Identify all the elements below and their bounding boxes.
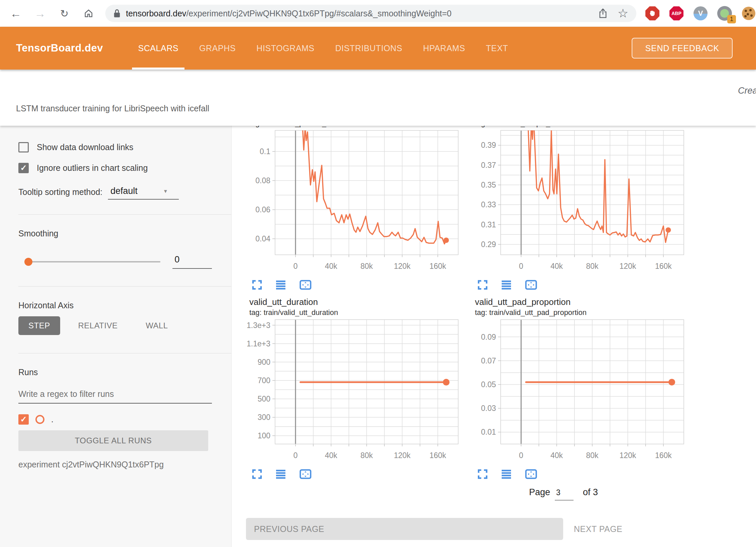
chart-card: valid_simple_loss tag: train/valid_simpl… xyxy=(466,126,686,292)
tab-histograms[interactable]: HISTOGRAMS xyxy=(256,27,314,70)
svg-text:160k: 160k xyxy=(655,262,672,270)
back-icon[interactable]: ← xyxy=(7,5,24,22)
tooltip-sorting-select[interactable]: default ▼ xyxy=(108,186,179,200)
divider xyxy=(18,214,231,215)
abp-extension-icon[interactable]: ABP xyxy=(669,6,684,21)
divider xyxy=(18,286,231,287)
expand-fullscreen-icon[interactable] xyxy=(252,469,262,479)
v-label: V xyxy=(698,9,703,18)
extensions-row: ABP V 1 xyxy=(645,6,756,21)
page-of-label: of 3 xyxy=(583,487,598,498)
run-name: . xyxy=(51,415,53,424)
adblock-extension-icon[interactable] xyxy=(645,6,660,21)
url-path: /experiment/cj2vtPiwQHKN9Q1tx6PTpg/#scal… xyxy=(186,9,452,18)
v-extension-icon[interactable]: V xyxy=(693,6,708,21)
chart-row-top: valid_pruned_loss tag: train/valid_prune… xyxy=(240,126,756,292)
show-download-links-label: Show data download links xyxy=(37,142,133,152)
abp-label: ABP xyxy=(671,11,681,16)
expand-fullscreen-icon[interactable] xyxy=(478,280,488,290)
svg-text:40k: 40k xyxy=(325,451,338,460)
scalar-chart-plot[interactable]: 040k80k120k160k1003005007009001.1e+31.3e… xyxy=(240,318,461,465)
svg-text:500: 500 xyxy=(258,395,270,403)
run-checkbox[interactable]: ✓ xyxy=(18,414,29,425)
axis-step-button[interactable]: STEP xyxy=(18,316,60,335)
data-table-icon[interactable] xyxy=(501,469,512,479)
forward-icon[interactable]: → xyxy=(32,5,49,22)
tensorboard-logo[interactable]: TensorBoard.dev xyxy=(16,42,103,54)
fit-domain-icon[interactable] xyxy=(299,280,311,290)
svg-text:40k: 40k xyxy=(550,262,563,270)
tab-graphs[interactable]: GRAPHS xyxy=(199,27,236,70)
tab-scalars[interactable]: SCALARS xyxy=(138,27,178,70)
previous-page-button[interactable]: PREVIOUS PAGE xyxy=(246,518,563,540)
reload-icon[interactable]: ↻ xyxy=(56,5,73,22)
svg-text:120k: 120k xyxy=(619,262,636,270)
runs-filter-input[interactable] xyxy=(18,388,212,404)
cookie-extension-icon[interactable] xyxy=(741,6,756,21)
svg-text:160k: 160k xyxy=(429,262,446,270)
horizontal-axis-label: Horizontal Axis xyxy=(18,301,212,310)
ignore-outliers-checkbox[interactable]: ✓ xyxy=(18,163,29,173)
tooltip-sorting-row: Tooltip sorting method: default ▼ xyxy=(18,186,212,200)
show-download-links-checkbox[interactable]: ✓ xyxy=(18,142,29,152)
svg-text:0.37: 0.37 xyxy=(481,161,496,170)
chart-toolbar xyxy=(240,465,461,481)
scalar-chart-plot[interactable]: 040k80k120k160k0.290.310.330.350.370.39 xyxy=(466,129,686,276)
axis-relative-button[interactable]: RELATIVE xyxy=(68,316,128,335)
svg-text:0.06: 0.06 xyxy=(255,205,270,214)
data-table-icon[interactable] xyxy=(275,469,286,479)
chart-toolbar xyxy=(240,276,461,292)
data-table-icon[interactable] xyxy=(275,280,286,290)
toggle-all-runs-button[interactable]: TOGGLE ALL RUNS xyxy=(18,430,208,451)
chart-row-bottom: valid_utt_duration tag: train/valid_utt_… xyxy=(240,297,756,481)
chevron-down-icon: ▼ xyxy=(163,188,177,194)
svg-text:80k: 80k xyxy=(360,451,373,460)
page-label: Page xyxy=(529,487,550,498)
svg-text:40k: 40k xyxy=(550,451,563,460)
fit-domain-icon[interactable] xyxy=(525,469,537,479)
url-text: tensorboard.dev/experiment/cj2vtPiwQHKN9… xyxy=(126,9,452,18)
address-bar[interactable]: tensorboard.dev/experiment/cj2vtPiwQHKN9… xyxy=(105,5,636,22)
svg-text:0.01: 0.01 xyxy=(481,428,496,436)
browser-toolbar: ← → ↻ tensorboard.dev/experiment/cj2vtPi… xyxy=(0,0,756,27)
divider xyxy=(18,353,231,353)
tab-distributions[interactable]: DISTRIBUTIONS xyxy=(335,27,402,70)
chart-tag: tag: train/valid_utt_duration xyxy=(240,308,461,318)
tab-hparams[interactable]: HPARAMS xyxy=(423,27,465,70)
pagination: Page of 3 xyxy=(240,486,756,501)
scalar-chart-plot[interactable]: 040k80k120k160k0.040.060.080.1 xyxy=(240,129,461,276)
header-tabs: SCALARS GRAPHS HISTOGRAMS DISTRIBUTIONS … xyxy=(138,27,508,70)
expand-fullscreen-icon[interactable] xyxy=(478,469,488,479)
experiment-id-label: experiment cj2vtPiwQHKN9Q1tx6PTpg xyxy=(18,460,212,469)
svg-text:0.07: 0.07 xyxy=(481,356,496,365)
svg-text:80k: 80k xyxy=(586,451,599,460)
svg-text:1.1e+3: 1.1e+3 xyxy=(247,339,270,348)
svg-text:120k: 120k xyxy=(394,451,410,460)
next-page-button[interactable]: NEXT PAGE xyxy=(574,524,622,534)
tooltip-sorting-label: Tooltip sorting method: xyxy=(18,187,103,200)
tooltip-sorting-value: default xyxy=(111,186,138,196)
scalar-chart-plot[interactable]: 040k80k120k160k0.010.030.050.070.09 xyxy=(466,318,686,465)
fit-domain-icon[interactable] xyxy=(299,469,311,479)
privacy-extension-icon[interactable]: 1 xyxy=(717,6,732,21)
experiment-title-strip: Crea LSTM transducer training for LibriS… xyxy=(0,70,756,126)
smoothing-slider[interactable] xyxy=(26,261,160,262)
expand-fullscreen-icon[interactable] xyxy=(252,280,262,290)
send-feedback-button[interactable]: SEND FEEDBACK xyxy=(632,38,733,59)
data-table-icon[interactable] xyxy=(501,280,512,290)
smoothing-value[interactable]: 0 xyxy=(172,254,212,269)
tab-text[interactable]: TEXT xyxy=(486,27,508,70)
charts-viewport: valid_pruned_loss tag: train/valid_prune… xyxy=(240,126,756,481)
svg-text:0.05: 0.05 xyxy=(481,380,496,389)
svg-text:0: 0 xyxy=(519,262,523,270)
svg-text:0.1: 0.1 xyxy=(260,147,270,156)
chart-toolbar xyxy=(466,276,686,292)
fit-domain-icon[interactable] xyxy=(525,280,537,290)
share-icon[interactable] xyxy=(598,8,608,19)
hand-icon xyxy=(649,10,656,17)
axis-wall-button[interactable]: WALL xyxy=(136,316,178,335)
home-icon[interactable] xyxy=(80,5,97,22)
page-input[interactable] xyxy=(555,486,574,501)
bookmark-star-icon[interactable]: ☆ xyxy=(618,8,628,18)
smoothing-slider-thumb[interactable] xyxy=(24,258,32,266)
